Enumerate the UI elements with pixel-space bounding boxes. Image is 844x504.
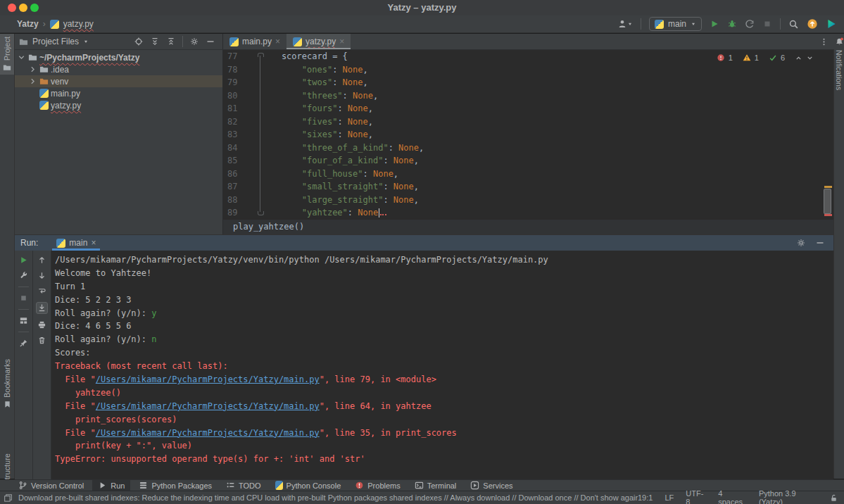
- prev-problem-chevron-icon[interactable]: [795, 54, 802, 62]
- file-encoding[interactable]: UTF-8: [686, 489, 706, 504]
- line-number[interactable]: 78: [223, 63, 257, 77]
- locate-file-icon[interactable]: [134, 37, 144, 46]
- inspections-widget[interactable]: 1 1 6: [717, 53, 814, 62]
- debug-button[interactable]: [727, 19, 737, 29]
- run-tab-main[interactable]: main ×: [52, 235, 100, 251]
- down-stack-trace-icon[interactable]: [37, 271, 46, 280]
- caret-position[interactable]: 19:1: [638, 493, 653, 502]
- interpreter[interactable]: Python 3.9 (Yatzy): [759, 489, 817, 504]
- tool-window-button-version-control[interactable]: Version Control: [13, 480, 89, 491]
- scroll-to-end-icon[interactable]: [36, 302, 48, 314]
- soft-wrap-icon[interactable]: [37, 286, 46, 296]
- code-editor[interactable]: 77 scorecard = {78 "ones": None,79 "twos…: [223, 50, 833, 219]
- stop-button[interactable]: [762, 19, 772, 29]
- line-number[interactable]: 84: [223, 141, 257, 155]
- line-separator[interactable]: LF: [665, 493, 674, 502]
- chevron-down-icon[interactable]: [16, 53, 26, 62]
- tool-window-button-python-console[interactable]: Python Console: [270, 480, 347, 491]
- run-console-output[interactable]: /Users/mikamar/PycharmProjects/Yatzy/ven…: [51, 251, 833, 479]
- project-view-title[interactable]: Project Files: [32, 37, 79, 46]
- next-problem-chevron-icon[interactable]: [806, 54, 814, 62]
- profiler-button[interactable]: [745, 19, 755, 29]
- tool-window-button-todo[interactable]: TODO: [220, 480, 267, 491]
- maximize-window-button[interactable]: [30, 4, 39, 12]
- line-number[interactable]: 85: [223, 154, 257, 168]
- line-number[interactable]: 89: [223, 206, 257, 220]
- hide-panel-icon[interactable]: [206, 37, 215, 46]
- chevron-down-icon[interactable]: [83, 39, 89, 44]
- sticky-context-line[interactable]: play_yahtzee(): [223, 219, 833, 234]
- console-line: File "/Users/mikamar/PycharmProjects/Yat…: [55, 373, 833, 386]
- settings-gear-icon[interactable]: [189, 37, 199, 46]
- line-number[interactable]: 81: [223, 102, 257, 115]
- tool-window-button-run[interactable]: Run: [92, 480, 130, 491]
- close-run-tab-icon[interactable]: ×: [91, 238, 96, 248]
- pin-tab-icon[interactable]: [19, 339, 28, 348]
- print-console-icon[interactable]: [37, 320, 46, 329]
- run-button[interactable]: [710, 19, 719, 29]
- tool-window-button-terminal[interactable]: Terminal: [409, 480, 462, 491]
- run-settings-gear-icon[interactable]: [796, 238, 806, 248]
- tool-window-button-services[interactable]: Services: [465, 480, 518, 491]
- run-configuration-select[interactable]: main: [649, 17, 702, 31]
- rerun-button[interactable]: [19, 256, 28, 265]
- stack-frame-link[interactable]: /Users/mikamar/PycharmProjects/Yatzy/mai…: [96, 374, 320, 384]
- run-play-icon: [98, 481, 107, 490]
- stack-frame-link[interactable]: /Users/mikamar/PycharmProjects/Yatzy/mai…: [96, 401, 320, 411]
- close-tab-icon[interactable]: ×: [275, 37, 280, 46]
- line-number[interactable]: 86: [223, 168, 257, 181]
- chevron-right-icon[interactable]: [27, 65, 37, 74]
- clear-console-trash-icon[interactable]: [37, 336, 46, 345]
- notifications-stripe-label[interactable]: Notifications: [835, 50, 843, 90]
- tool-window-button-problems[interactable]: Problems: [349, 480, 405, 491]
- line-number[interactable]: 77: [223, 50, 257, 63]
- code-line: 78 "ones": None,: [223, 63, 833, 77]
- editor-tab-yatzy-py[interactable]: yatzy.py×: [286, 34, 351, 49]
- breadcrumb-file[interactable]: yatzy.py: [63, 19, 94, 29]
- notifications-bell-icon[interactable]: [835, 37, 844, 46]
- line-number[interactable]: 87: [223, 180, 257, 194]
- line-number[interactable]: 83: [223, 128, 257, 141]
- tool-window-button-project[interactable]: Project: [0, 34, 14, 75]
- stack-frame-link[interactable]: /Users/mikamar/PycharmProjects/Yatzy/mai…: [96, 428, 320, 438]
- up-stack-trace-icon[interactable]: [37, 256, 46, 265]
- tree-item-pycharmprojects-yatzy[interactable]: ~/PycharmProjects/Yatzy: [15, 51, 222, 63]
- restore-layout-icon[interactable]: [19, 316, 28, 325]
- code-line: 86 "full_house": None,: [223, 168, 833, 181]
- tool-window-button-bookmarks[interactable]: Bookmarks: [0, 356, 14, 411]
- line-number[interactable]: 82: [223, 115, 257, 129]
- shared-indexes-icon[interactable]: [4, 493, 13, 503]
- chevron-right-icon[interactable]: [27, 77, 37, 86]
- tree-item-idea[interactable]: .idea: [15, 63, 222, 75]
- collapse-all-icon[interactable]: [166, 37, 176, 46]
- indent-setting[interactable]: 4 spaces: [718, 489, 747, 504]
- status-message[interactable]: Download pre-built shared indexes: Reduc…: [18, 493, 638, 502]
- tool-window-button-python-packages[interactable]: Python Packages: [133, 480, 218, 491]
- user-account-icon[interactable]: [617, 19, 633, 29]
- tree-item-venv[interactable]: venv: [15, 75, 222, 87]
- minimize-window-button[interactable]: [19, 4, 27, 12]
- code-with-me-icon[interactable]: [826, 18, 837, 30]
- search-everywhere-icon[interactable]: [788, 19, 799, 30]
- update-available-icon[interactable]: [807, 18, 818, 30]
- project-panel-header: Project Files: [15, 34, 222, 49]
- line-number[interactable]: 80: [223, 89, 257, 103]
- modify-run-config-wrench-icon[interactable]: [19, 271, 28, 280]
- fold-handle-bottom[interactable]: [258, 211, 264, 215]
- tree-item-yatzy-py[interactable]: yatzy.py: [15, 99, 222, 111]
- python-icon: [275, 481, 283, 490]
- editor-options-kebab-icon[interactable]: [819, 34, 834, 49]
- fold-handle-top[interactable]: [258, 53, 264, 57]
- line-number[interactable]: 88: [223, 194, 257, 207]
- editor-scrollbar-thumb[interactable]: [824, 189, 831, 214]
- line-number[interactable]: 79: [223, 76, 257, 89]
- close-window-button[interactable]: [8, 4, 16, 12]
- close-tab-icon[interactable]: ×: [339, 37, 344, 46]
- expand-all-icon[interactable]: [150, 37, 160, 46]
- editor-tab-main-py[interactable]: main.py×: [223, 34, 286, 49]
- tree-item-main-py[interactable]: main.py: [15, 87, 222, 99]
- stop-process-button[interactable]: [19, 294, 28, 303]
- unlocked-icon[interactable]: [829, 493, 838, 503]
- hide-run-panel-icon[interactable]: [815, 238, 825, 248]
- breadcrumb-project[interactable]: Yatzy: [17, 19, 39, 29]
